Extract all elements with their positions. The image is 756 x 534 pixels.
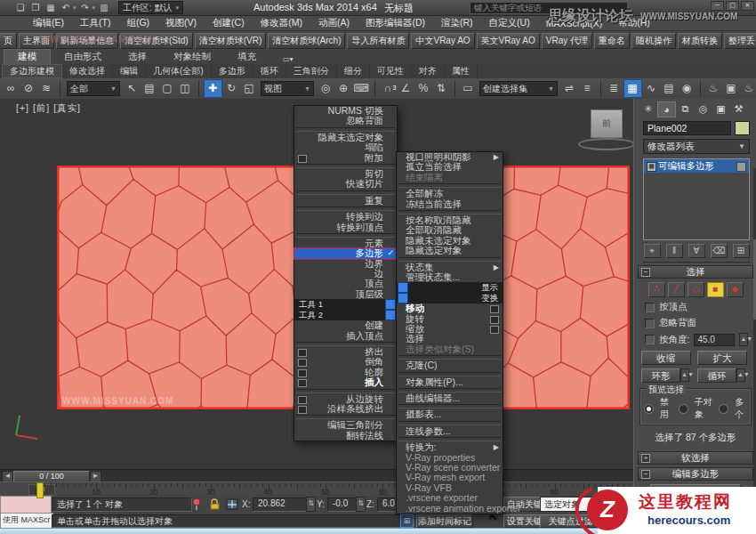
select-and-link-icon[interactable]: ∞ bbox=[3, 80, 20, 97]
object-color-swatch[interactable] bbox=[735, 121, 750, 135]
ribbon-toggle-icon[interactable]: ▦ bbox=[623, 79, 642, 98]
settings-box-icon[interactable] bbox=[298, 349, 307, 357]
redo-icon[interactable]: ↷ bbox=[79, 3, 92, 12]
ribbon-tab-2[interactable]: 选择 bbox=[115, 50, 160, 64]
keyboard-override-icon[interactable]: ⌨ bbox=[353, 80, 370, 97]
ribbon-panel-9[interactable]: 对齐 bbox=[412, 65, 445, 77]
script-button-12[interactable]: 材质转换 bbox=[678, 33, 722, 49]
viewport-label[interactable]: [+] [前] [真实] bbox=[16, 102, 81, 115]
select-and-scale-icon[interactable]: ◱ bbox=[241, 80, 258, 97]
script-button-9[interactable]: VRay 代理 bbox=[542, 33, 592, 49]
quad-right-item-32[interactable]: 转换为:▶ bbox=[397, 442, 503, 452]
rollout-soft-selection-header[interactable]: + 软选择 bbox=[638, 451, 753, 465]
layer-manager-icon[interactable]: ≣ bbox=[606, 80, 623, 97]
quad-right-item-20[interactable]: 选择类似对象(S) bbox=[397, 344, 503, 354]
close-button[interactable]: ✕ bbox=[741, 1, 754, 11]
render-setup-icon[interactable]: ♨ bbox=[705, 80, 722, 97]
quad-right-item-4[interactable]: 全部解冻 bbox=[397, 189, 503, 198]
angle-spinner[interactable]: ▲▼ bbox=[739, 333, 748, 346]
selection-filter-combo[interactable]: 全部▼ bbox=[67, 81, 120, 96]
edge-mode-icon[interactable]: ╱ bbox=[668, 282, 685, 297]
current-frame-marker[interactable] bbox=[36, 482, 44, 498]
quad-left-item-13[interactable]: 转换到顶点 bbox=[294, 222, 397, 232]
script-button-7[interactable]: 中文VRay AO bbox=[411, 33, 474, 49]
script-button-6[interactable]: 导入所有材质 bbox=[347, 33, 409, 49]
spinner-snap-icon[interactable]: ⇅ bbox=[433, 80, 450, 97]
select-and-move-icon[interactable]: ✚ bbox=[204, 79, 222, 98]
ignore-backfacing-checkbox[interactable] bbox=[645, 319, 655, 328]
polygon-mode-icon[interactable]: ■ bbox=[707, 282, 724, 297]
tab-motion[interactable]: ◎ bbox=[695, 101, 712, 116]
by-vertex-checkbox[interactable] bbox=[645, 303, 655, 312]
script-button-4[interactable]: 清空材质球(VR) bbox=[195, 33, 267, 49]
ribbon-panel-8[interactable]: 可见性 bbox=[370, 65, 412, 77]
quad-left-item-12[interactable]: 转换到边 bbox=[294, 212, 397, 222]
quad-left-item-10[interactable]: 重复 bbox=[294, 196, 397, 206]
unlink-selection-icon[interactable]: ⊘ bbox=[20, 80, 37, 97]
y-spinner[interactable]: ⇅ bbox=[356, 497, 366, 512]
ribbon-panel-5[interactable]: 循环 bbox=[253, 65, 286, 77]
grow-button[interactable]: 扩大 bbox=[697, 351, 747, 365]
ribbon-panel-0[interactable]: 多边形建模 bbox=[2, 64, 62, 78]
quad-right-item-24[interactable]: 对象属性(P)... bbox=[397, 377, 503, 387]
modifier-stack[interactable]: ▦ 可编辑多边形 bbox=[643, 158, 750, 240]
settings-box-icon[interactable] bbox=[298, 369, 307, 377]
settings-box-icon[interactable] bbox=[298, 359, 307, 367]
menu-item-8[interactable]: 渲染(R) bbox=[433, 17, 481, 29]
menu-item-9[interactable]: 自定义(U) bbox=[481, 17, 538, 29]
save-file-icon[interactable]: ▦ bbox=[44, 3, 57, 12]
redo-dropdown-icon[interactable]: ▾ bbox=[92, 4, 96, 12]
quad-right-item-16[interactable]: 移动 bbox=[397, 303, 503, 313]
open-file-icon[interactable]: ❐ bbox=[29, 3, 42, 12]
quad-right-item-38[interactable]: .vrscene animation exporter bbox=[397, 504, 503, 514]
quad-left-item-8[interactable]: 快速切片 bbox=[294, 179, 397, 189]
snap-toggle-3d-icon[interactable]: ∩3 bbox=[380, 80, 397, 97]
quad-right-item-30[interactable]: 连线参数... bbox=[397, 426, 503, 436]
quad-right-item-10[interactable]: 隐藏选定对象 bbox=[397, 246, 503, 255]
menu-item-5[interactable]: 修改器(M) bbox=[253, 17, 310, 29]
show-end-result-icon[interactable]: ‖ bbox=[666, 244, 683, 258]
workspace-combo[interactable]: 工作区: 默认 ▾ bbox=[118, 1, 183, 14]
settings-box-icon[interactable] bbox=[298, 155, 307, 163]
settings-box-icon[interactable] bbox=[490, 305, 499, 313]
quad-right-item-2[interactable]: 结束隔离 bbox=[397, 173, 503, 182]
make-unique-icon[interactable]: ∀ bbox=[688, 244, 705, 258]
material-editor-icon[interactable]: ◉ bbox=[679, 80, 696, 97]
script-button-11[interactable]: 随机操作 bbox=[631, 33, 676, 49]
project-folder-icon[interactable]: ▥ bbox=[98, 3, 110, 12]
bind-to-space-warp-icon[interactable]: ≋ bbox=[38, 80, 55, 97]
pin-stack-icon[interactable]: ⌖ bbox=[644, 244, 661, 258]
menu-item-7[interactable]: 图形编辑器(D) bbox=[358, 17, 433, 29]
configure-modifier-sets-icon[interactable]: ⊞ bbox=[733, 244, 750, 258]
edit-named-selections-icon[interactable]: ▭ bbox=[460, 80, 477, 97]
quad-right-item-13[interactable]: 管理状态集... bbox=[397, 272, 503, 282]
quad-left-item-5[interactable]: 附加 bbox=[294, 153, 397, 163]
preview-multiple-radio[interactable] bbox=[719, 404, 728, 414]
script-button-13[interactable]: 整理丢失贴图 bbox=[724, 33, 756, 49]
select-by-name-icon[interactable]: ▤ bbox=[141, 80, 158, 97]
add-time-tag-button[interactable]: 添加时间标记 bbox=[416, 514, 473, 528]
ribbon-panel-1[interactable]: 修改选择 bbox=[62, 65, 113, 77]
macro-recorder-field[interactable] bbox=[0, 496, 52, 514]
loop-button[interactable]: 循环 bbox=[697, 368, 736, 383]
element-mode-icon[interactable]: ◆ bbox=[727, 282, 744, 297]
loop-spinner[interactable]: ▲▼ bbox=[736, 368, 745, 382]
quad-right-item-26[interactable]: 曲线编辑器... bbox=[397, 393, 503, 403]
named-selection-sets-combo[interactable]: 创建选择集▼ bbox=[479, 81, 558, 96]
x-spinner[interactable]: ⇅ bbox=[306, 497, 316, 512]
settings-box-icon[interactable] bbox=[490, 316, 499, 324]
stack-visibility-toggle[interactable] bbox=[736, 162, 746, 172]
reference-coordinate-combo[interactable]: 视图▼ bbox=[261, 81, 314, 96]
absolute-mode-xyz-icon[interactable] bbox=[226, 498, 238, 511]
script-button-10[interactable]: 重命名 bbox=[594, 33, 630, 49]
quad-right-item-37[interactable]: .vrscene exporter bbox=[397, 493, 503, 503]
use-pivot-center-icon[interactable]: ◎ bbox=[318, 80, 334, 97]
shrink-button[interactable]: 收缩 bbox=[641, 351, 691, 365]
viewcube-compass-ring[interactable] bbox=[578, 138, 634, 150]
ribbon-tab-1[interactable]: 自由形式 bbox=[51, 50, 115, 64]
object-name-field[interactable]: Plane002 bbox=[643, 121, 731, 135]
ribbon-tab-4[interactable]: 填充 bbox=[224, 50, 269, 64]
dope-sheet-icon[interactable]: ▤ bbox=[661, 80, 678, 97]
quad-right-item-28[interactable]: 摄影表... bbox=[397, 409, 503, 419]
preview-subobject-radio[interactable] bbox=[679, 404, 688, 414]
